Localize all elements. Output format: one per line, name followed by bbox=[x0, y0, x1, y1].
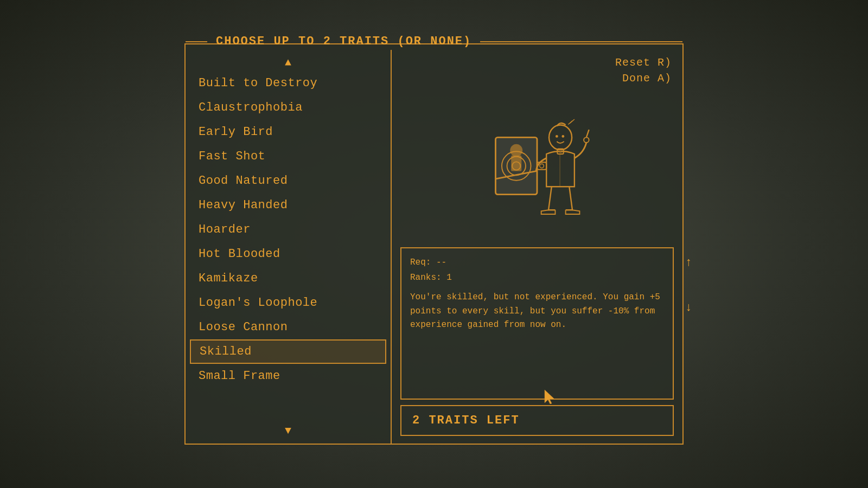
req-text: Req: -- bbox=[410, 256, 664, 269]
trait-item-heavy-handed[interactable]: Heavy Handed bbox=[186, 193, 391, 217]
trait-item-logans-loophole[interactable]: Logan's Loophole bbox=[186, 291, 391, 315]
scroll-down-button[interactable]: ▼ bbox=[186, 422, 391, 439]
left-panel: ▲ Built to DestroyClaustrophobiaEarly Bi… bbox=[186, 50, 392, 444]
trait-item-small-frame[interactable]: Small Frame bbox=[186, 364, 391, 388]
panels: ▲ Built to DestroyClaustrophobiaEarly Bi… bbox=[186, 44, 682, 444]
svg-point-11 bbox=[540, 164, 544, 168]
trait-item-built-to-destroy[interactable]: Built to Destroy bbox=[186, 71, 391, 95]
illustration-area bbox=[392, 85, 682, 247]
svg-rect-5 bbox=[511, 156, 521, 171]
svg-point-6 bbox=[549, 125, 572, 150]
top-buttons: Reset R) Done A) bbox=[392, 50, 682, 85]
main-container: CHOOSE UP TO 2 TRAITS (OR NONE) ▲ Built … bbox=[184, 43, 684, 445]
screen-background: CHOOSE UP TO 2 TRAITS (OR NONE) ▲ Built … bbox=[0, 0, 868, 488]
description-box: Req: -- Ranks: 1 You're skilled, but not… bbox=[400, 247, 674, 400]
trait-item-claustrophobia[interactable]: Claustrophobia bbox=[186, 95, 391, 120]
trait-item-good-natured[interactable]: Good Natured bbox=[186, 169, 391, 193]
svg-marker-15 bbox=[545, 390, 554, 404]
traits-left-text: 2 TRAITS LEFT bbox=[412, 414, 520, 427]
title-line-right bbox=[480, 41, 682, 42]
desc-scroll-controls: ↑ ↓ bbox=[685, 254, 692, 317]
trait-list: Built to DestroyClaustrophobiaEarly Bird… bbox=[186, 71, 391, 422]
ranks-text: Ranks: 1 bbox=[410, 271, 664, 284]
description-text: You're skilled, but not experienced. You… bbox=[410, 291, 664, 332]
trait-item-hot-blooded[interactable]: Hot Blooded bbox=[186, 242, 391, 266]
page-title: CHOOSE UP TO 2 TRAITS (OR NONE) bbox=[207, 35, 480, 48]
cursor bbox=[544, 389, 554, 407]
reset-button[interactable]: Reset R) bbox=[615, 56, 672, 69]
trait-item-early-bird[interactable]: Early Bird bbox=[186, 120, 391, 144]
desc-scroll-up[interactable]: ↑ bbox=[685, 254, 692, 272]
trait-item-fast-shot[interactable]: Fast Shot bbox=[186, 144, 391, 169]
title-bar: CHOOSE UP TO 2 TRAITS (OR NONE) bbox=[186, 35, 682, 48]
svg-line-13 bbox=[586, 130, 589, 137]
scroll-up-button[interactable]: ▲ bbox=[186, 54, 391, 71]
right-panel: Reset R) Done A) bbox=[392, 50, 682, 444]
desc-scroll-down[interactable]: ↓ bbox=[685, 299, 692, 317]
trait-item-loose-cannon[interactable]: Loose Cannon bbox=[186, 315, 391, 339]
trait-item-skilled[interactable]: Skilled bbox=[190, 339, 386, 364]
svg-point-8 bbox=[561, 135, 564, 138]
trait-item-hoarder[interactable]: Hoarder bbox=[186, 217, 391, 242]
title-line-left bbox=[186, 41, 207, 42]
done-button[interactable]: Done A) bbox=[622, 72, 672, 85]
trait-item-kamikaze[interactable]: Kamikaze bbox=[186, 266, 391, 291]
vault-boy-image bbox=[483, 106, 591, 226]
svg-point-12 bbox=[584, 137, 589, 143]
svg-point-7 bbox=[556, 135, 558, 138]
traits-left-box: 2 TRAITS LEFT bbox=[400, 405, 674, 436]
svg-point-4 bbox=[510, 144, 522, 157]
